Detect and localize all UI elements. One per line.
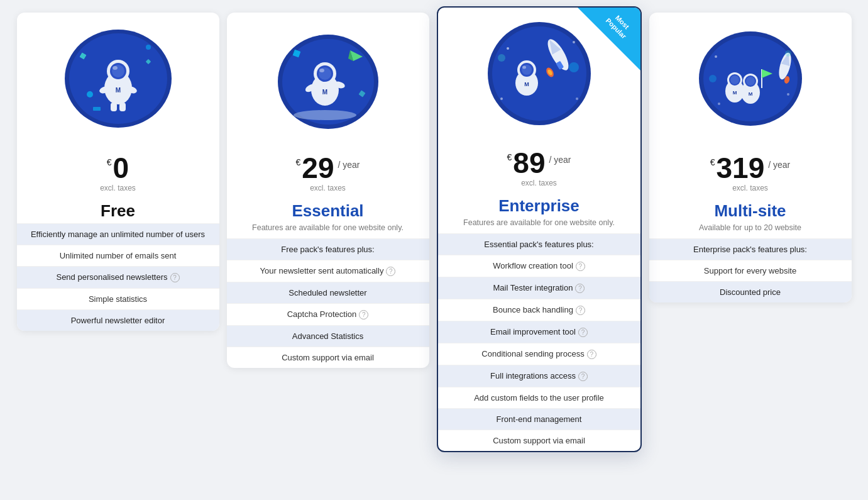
- features-list: Essential pack's features plus: Workflow…: [438, 233, 640, 451]
- help-icon[interactable]: ?: [576, 262, 585, 271]
- feature-label: Scheduled newsletter: [288, 288, 366, 297]
- feature-item: Bounce back handling?: [438, 299, 640, 321]
- feature-item: Powerful newsletter editor: [17, 309, 219, 331]
- svg-point-69: [718, 103, 720, 105]
- svg-point-6: [113, 66, 118, 70]
- price-section: € 89 / year excl. taxes: [438, 140, 640, 191]
- plan-illustration: M M: [649, 13, 852, 145]
- feature-item: Custom support via email: [438, 430, 640, 451]
- svg-point-59: [730, 75, 739, 84]
- svg-point-64: [746, 77, 755, 86]
- plan-card-free: M € 0 excl. taxes Free Efficiently manag…: [17, 13, 219, 331]
- feature-label: Simple statistics: [89, 294, 147, 304]
- help-icon[interactable]: ?: [386, 267, 395, 276]
- illustration-container: M: [55, 22, 181, 135]
- feature-label: Powerful newsletter editor: [71, 316, 165, 325]
- feature-item: Essential pack's features plus:: [438, 233, 640, 255]
- plan-illustration: M: [227, 13, 429, 145]
- help-icon[interactable]: ?: [578, 372, 588, 381]
- svg-point-71: [709, 75, 717, 82]
- features-list: Efficiently manage an unlimited number o…: [17, 223, 219, 331]
- plan-card-essential: M € 29 / year excl. taxes Essential Feat…: [227, 13, 429, 368]
- help-icon[interactable]: ?: [587, 350, 596, 359]
- illustration-container: M: [265, 22, 391, 135]
- svg-text:M: M: [732, 90, 737, 96]
- svg-point-50: [498, 54, 505, 62]
- svg-text:M: M: [115, 87, 120, 94]
- features-list: Enterprise pack's features plus: Support…: [649, 238, 852, 303]
- feature-item: Scheduled newsletter: [227, 282, 429, 303]
- svg-point-43: [522, 66, 526, 69]
- feature-label: Unlimited number of emails sent: [60, 251, 177, 260]
- plan-description: Available for up to 20 website: [649, 223, 852, 232]
- feature-item: Send personalised newsletters?: [17, 266, 219, 288]
- plan-name: Essential: [227, 201, 429, 221]
- feature-item: Mail Tester integration?: [438, 277, 640, 299]
- plan-description: Features are available for one website o…: [438, 218, 640, 227]
- plan-card-multisite: M M € 319 / year excl. taxes Multi-site …: [649, 13, 852, 303]
- price-period: / year: [549, 155, 571, 165]
- feature-label: Efficiently manage an unlimited number o…: [31, 230, 205, 239]
- feature-item: Efficiently manage an unlimited number o…: [17, 223, 219, 245]
- svg-text:M: M: [748, 91, 752, 97]
- feature-item: Conditional sending process?: [438, 343, 640, 365]
- feature-label: Mail Tester integration: [493, 283, 573, 292]
- feature-label: Essential pack's features plus:: [484, 240, 593, 249]
- feature-item: Unlimited number of emails sent: [17, 245, 219, 266]
- feature-label: Workflow creation tool: [493, 261, 573, 270]
- feature-label: Full integrations access: [490, 371, 576, 381]
- feature-label: Conditional sending process: [481, 349, 584, 358]
- svg-point-70: [787, 93, 789, 96]
- help-icon[interactable]: ?: [578, 328, 588, 337]
- currency-symbol: €: [296, 157, 301, 167]
- help-icon[interactable]: ?: [359, 310, 368, 319]
- help-icon[interactable]: ?: [575, 284, 585, 293]
- svg-point-48: [500, 97, 503, 100]
- feature-label: Add custom fields to the user profile: [474, 393, 604, 403]
- plan-name: Free: [17, 201, 219, 221]
- price-section: € 0 excl. taxes: [17, 145, 219, 196]
- price-number: 319: [717, 153, 765, 182]
- feature-label: Support for every website: [704, 266, 796, 275]
- svg-rect-10: [119, 103, 126, 111]
- svg-point-72: [785, 50, 791, 57]
- plan-illustration: M: [17, 13, 219, 145]
- svg-point-47: [576, 97, 578, 100]
- svg-point-23: [319, 69, 324, 72]
- feature-item: Workflow creation tool?: [438, 255, 640, 277]
- feature-label: Your newsletter sent automatically: [260, 266, 384, 275]
- feature-label: Enterprise pack's features plus:: [693, 245, 807, 254]
- plan-description: Features are available for one website o…: [227, 223, 429, 232]
- svg-point-68: [715, 55, 717, 58]
- svg-point-14: [87, 91, 93, 97]
- feature-label: Free pack's features plus:: [281, 245, 374, 254]
- price-section: € 29 / year excl. taxes: [227, 145, 429, 196]
- feature-label: Email improvement tool: [490, 327, 576, 336]
- svg-text:M: M: [322, 89, 327, 96]
- plan-name: Multi-site: [649, 201, 852, 221]
- feature-label: Advanced Statistics: [292, 331, 363, 341]
- feature-item: Discounted price: [649, 281, 852, 303]
- currency-symbol: €: [710, 157, 715, 167]
- feature-item: Enterprise pack's features plus:: [649, 238, 852, 260]
- feature-item: Full integrations access?: [438, 365, 640, 387]
- svg-rect-16: [93, 107, 101, 111]
- svg-point-31: [294, 110, 356, 120]
- illustration-container: M M: [688, 22, 813, 135]
- feature-label: Custom support via email: [282, 353, 374, 362]
- help-icon[interactable]: ?: [576, 306, 585, 315]
- feature-item: Your newsletter sent automatically?: [227, 260, 429, 282]
- help-icon[interactable]: ?: [170, 273, 180, 282]
- feature-label: Bounce back handling: [493, 305, 573, 314]
- svg-point-15: [146, 45, 151, 50]
- feature-item: Free pack's features plus:: [227, 238, 429, 260]
- feature-item: Custom support via email: [227, 347, 429, 368]
- svg-point-33: [492, 26, 586, 121]
- svg-point-45: [507, 47, 509, 50]
- feature-item: Add custom fields to the user profile: [438, 387, 640, 408]
- feature-item: Captcha Protection?: [227, 303, 429, 325]
- feature-item: Front-end management: [438, 408, 640, 430]
- svg-rect-9: [111, 103, 117, 111]
- feature-label: Discounted price: [720, 287, 781, 297]
- plan-card-enterprise: Most Popular M €: [437, 6, 642, 452]
